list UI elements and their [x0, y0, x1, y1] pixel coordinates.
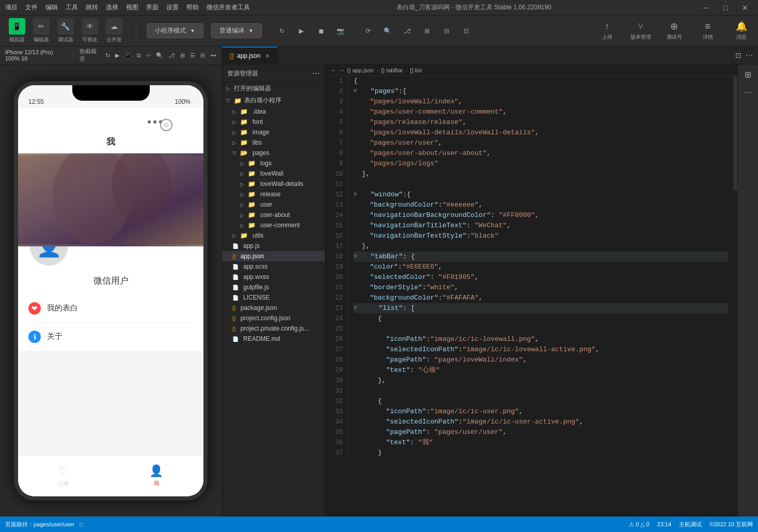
tree-item-release[interactable]: ▷📁release [222, 189, 325, 199]
layout-rp-icon[interactable]: ⊞ [745, 70, 751, 80]
play-sim-icon[interactable]: ▶ [115, 52, 119, 59]
window-controls[interactable]: ─ □ ✕ [698, 3, 753, 13]
stop-button[interactable]: ◼ [314, 24, 328, 38]
menu-item-settings[interactable]: 设置 [166, 3, 179, 12]
tree-item-app-scss[interactable]: 📄app.scss [222, 261, 325, 272]
menu-item-tools[interactable]: 工具 [66, 3, 78, 12]
mode-select[interactable]: 小程序模式 ▼ [147, 23, 203, 38]
tree-item-lovewall[interactable]: ▷📁loveWall [222, 168, 325, 179]
code-line-22[interactable]: "backgroundColor":"#FAFAFA", [354, 293, 728, 303]
paste-button[interactable]: ⊡ [459, 24, 473, 38]
maximize-button[interactable]: □ [718, 3, 733, 13]
code-line-13[interactable]: "backgroundColor":"#eeeeee", [354, 200, 728, 210]
tree-item-user-comment[interactable]: ▷📁user-comment [222, 220, 325, 230]
tree-item-app-json[interactable]: {}app.json [222, 251, 325, 261]
grid-sim-icon[interactable]: ☰ [190, 52, 195, 59]
tree-item-font[interactable]: ▷📁font [222, 117, 325, 127]
tab-me[interactable]: 👤 我 [149, 464, 163, 487]
settings-preview[interactable]: ⟳ [361, 24, 375, 38]
split-editor-icon[interactable]: ⊡ [735, 51, 741, 59]
code-line-5[interactable]: "pages/release/release", [354, 117, 728, 128]
tree-item-libs[interactable]: ▷📁libs [222, 137, 325, 148]
refresh-button[interactable]: ↻ [275, 24, 289, 38]
menu-item-edit[interactable]: 编辑 [45, 3, 58, 12]
code-line-26[interactable]: "iconPath":"image/ic/ic-lovewall.png", [354, 334, 728, 345]
code-line-32[interactable]: { [354, 396, 728, 406]
project-root-item[interactable]: ▽ 📁 表白墙小程序 [222, 95, 325, 106]
status-position[interactable]: 23:14 [657, 521, 672, 527]
layout-sim-icon[interactable]: ⊞ [180, 52, 185, 59]
menu-item-view[interactable]: 视图 [126, 3, 138, 12]
code-line-9[interactable]: "pages/logs/logs" [354, 159, 728, 169]
code-line-10[interactable]: ], [354, 169, 728, 179]
hot-capture[interactable]: 热截截 开 [80, 48, 101, 63]
debugger-tool[interactable]: 🔧 调试器 [54, 18, 77, 43]
close-button[interactable]: ✕ [737, 3, 753, 13]
code-line-21[interactable]: "borderStyle":"white", [354, 283, 728, 293]
visual-tool[interactable]: 👁 可视化 [78, 18, 101, 43]
code-line-15[interactable]: "navigationBarTitleText": "WeChat", [354, 221, 728, 231]
tree-item-user[interactable]: ▷📁user [222, 199, 325, 210]
upload-tool[interactable]: ↑ 上传 [595, 21, 619, 41]
code-line-34[interactable]: "selectedIconPath":"image/ic/ic-user-act… [354, 417, 728, 427]
code-line-36[interactable]: "text": "我" [354, 437, 728, 448]
status-errors[interactable]: ⚠ 0 △ 0 [629, 521, 649, 528]
more-rp-icon[interactable]: ⋯ [744, 87, 752, 97]
code-line-1[interactable]: { [354, 76, 728, 86]
code-line-30[interactable]: }, [354, 375, 728, 386]
test-tool[interactable]: ⊕ 测试号 [662, 21, 686, 41]
my-baibai-item[interactable]: ❤ 我的表白 [28, 294, 193, 323]
message-tool[interactable]: 🔔 消息 [730, 21, 753, 41]
code-line-16[interactable]: "navigationBarTextStyle":"black" [354, 231, 728, 241]
tree-item-logs[interactable]: ▷📁logs [222, 158, 325, 168]
refresh-sim-icon[interactable]: ↻ [105, 52, 110, 59]
details-tool[interactable]: ≡ 详情 [696, 21, 719, 41]
menu-item-file[interactable]: 文件 [25, 3, 38, 12]
nav-back[interactable]: ← [330, 67, 336, 73]
code-line-18[interactable]: ▽ "tabBar": { [354, 252, 728, 262]
status-path[interactable]: 页面路径：pages/user/user [5, 521, 74, 528]
file-tab-appjson[interactable]: {} app.json ✕ [222, 46, 278, 65]
minimap-thumb[interactable] [734, 76, 737, 191]
phone-sim-icon[interactable]: 📱 [124, 52, 132, 59]
code-line-19[interactable]: "color":"#E6E6E6", [354, 262, 728, 272]
code-line-8[interactable]: "pages/user-about/user-about", [354, 148, 728, 159]
menu-item-project[interactable]: 项目 [5, 3, 18, 12]
tree-item-pages[interactable]: ▽📂pages [222, 148, 325, 158]
menu-item-help[interactable]: 帮助 [186, 3, 199, 12]
editor-tool[interactable]: ✏ 编辑器 [29, 18, 53, 43]
code-line-27[interactable]: "selectedIconPath":"image/ic/ic-lovewall… [354, 345, 728, 355]
branch-sim-icon[interactable]: ⎇ [168, 52, 175, 59]
code-line-6[interactable]: "pages/loveWall-details/loveWall-details… [354, 128, 728, 138]
tree-item-app-js[interactable]: 📄app.js [222, 241, 325, 251]
code-line-31[interactable] [354, 386, 728, 396]
code-line-29[interactable]: "text": "心墙" [354, 365, 728, 375]
menu-item-goto[interactable]: 跳转 [86, 3, 98, 12]
code-line-7[interactable]: "pages/user/user", [354, 138, 728, 148]
tree-item-package-json[interactable]: {}package.json [222, 303, 325, 313]
cut-button[interactable]: ⊟ [439, 24, 454, 38]
code-line-4[interactable]: "pages/user-comment/user-comment", [354, 107, 728, 117]
tree-item-gulpfile-js[interactable]: 📄gulpfile.js [222, 282, 325, 292]
code-line-20[interactable]: "selectedColor": "#F01905", [354, 272, 728, 283]
tree-item-license[interactable]: 📄LICENSE [222, 292, 325, 303]
more-sim-icon[interactable]: ••• [210, 52, 216, 59]
code-line-11[interactable] [354, 179, 728, 190]
code-lines[interactable]: {▽ "pages":[ "pages/loveWall/index", "pa… [349, 76, 733, 458]
code-line-3[interactable]: "pages/loveWall/index", [354, 97, 728, 107]
code-line-25[interactable] [354, 324, 728, 334]
code-line-37[interactable]: } [354, 448, 728, 458]
tree-item-project-config-json[interactable]: {}project.config.json [222, 313, 325, 323]
preview-button[interactable]: 🔍 [381, 24, 395, 38]
tab-lovemall[interactable]: ♡ 心墙 [58, 464, 69, 487]
code-line-2[interactable]: ▽ "pages":[ [354, 86, 728, 97]
tree-item--idea[interactable]: ▷📁.idea [222, 106, 325, 117]
status-encoding[interactable]: 主机调试 [679, 521, 702, 528]
menu-item-select[interactable]: 选择 [106, 3, 118, 12]
code-line-14[interactable]: "navigationBarBackgroundColor": "#FF0000… [354, 210, 728, 221]
split-sim-icon[interactable]: ⊟ [200, 52, 205, 59]
more-editor-icon[interactable]: ⋯ [746, 51, 753, 59]
tree-item-readme-md[interactable]: 📄README.md [222, 334, 325, 344]
nav-forward[interactable]: → [339, 67, 344, 73]
copy-button[interactable]: ⊞ [420, 24, 434, 38]
